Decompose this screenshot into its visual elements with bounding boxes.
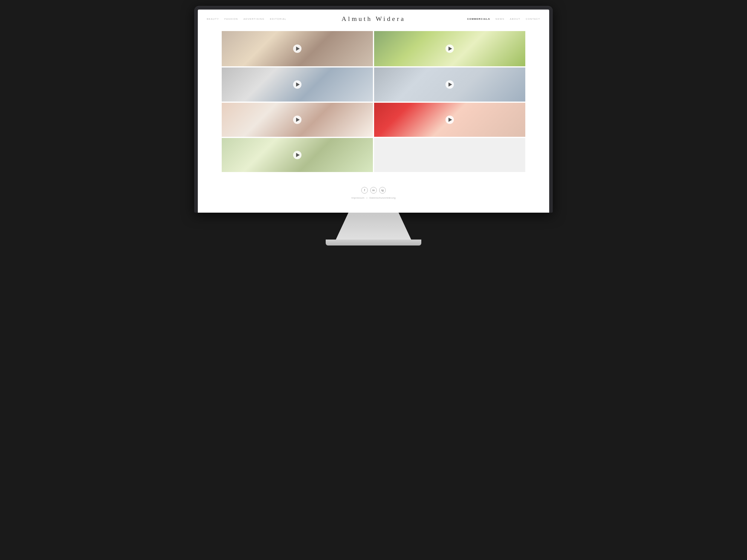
nav-fashion[interactable]: FASHION [224,18,238,20]
empty-cell [374,138,525,172]
video-grid [198,28,549,181]
website-content: BEAUTY FASHION ADVERTISING EDITORIAL Alm… [198,9,549,213]
grid-cell-4[interactable] [374,68,525,102]
nav-editorial[interactable]: EDITORIAL [270,18,287,20]
monitor-frame: BEAUTY FASHION ADVERTISING EDITORIAL Alm… [194,6,553,213]
grid-cell-6[interactable] [374,103,525,137]
navigation: BEAUTY FASHION ADVERTISING EDITORIAL Alm… [198,9,549,28]
nav-left-links: BEAUTY FASHION ADVERTISING EDITORIAL [207,18,287,20]
play-button-5[interactable] [293,115,302,124]
grid-row-3 [222,103,525,137]
instagram-icon[interactable]: ig [379,187,386,193]
grid-cell-1[interactable] [222,31,373,66]
footer-links: Impressum • Datenschutzerklärung [352,196,396,199]
brand-name[interactable]: Almuth Widera [341,15,406,23]
nav-beauty[interactable]: BEAUTY [207,18,219,20]
nav-advertising[interactable]: ADVERTISING [243,18,265,20]
nav-contact[interactable]: CONTACT [525,18,540,20]
play-button-4[interactable] [445,80,454,89]
grid-row-2 [222,68,525,102]
linkedin-icon[interactable]: in [370,187,377,193]
facebook-icon[interactable]: f [361,187,368,193]
social-icons: f in ig [361,187,386,193]
impressum-link[interactable]: Impressum [352,196,364,199]
play-button-6[interactable] [445,115,454,124]
grid-cell-2[interactable] [374,31,525,66]
monitor-stand-base [326,240,421,245]
nav-right-links: COMMERCIALS NEWS ABOUT CONTACT [467,18,540,20]
footer-separator: • [366,196,367,199]
nav-news[interactable]: NEWS [495,18,505,20]
play-button-1[interactable] [293,45,302,53]
grid-cell-3[interactable] [222,68,373,102]
grid-row-4 [222,138,525,172]
grid-cell-empty [374,138,525,172]
page-footer: f in ig Impressum • Datenschutzerklärung [198,181,549,205]
play-button-2[interactable] [445,45,454,53]
play-button-3[interactable] [293,80,302,89]
monitor-screen: BEAUTY FASHION ADVERTISING EDITORIAL Alm… [198,9,549,213]
nav-commercials[interactable]: COMMERCIALS [467,18,490,20]
grid-row-1 [222,31,525,66]
nav-about[interactable]: ABOUT [510,18,520,20]
monitor-stand-neck [332,213,415,240]
grid-cell-5[interactable] [222,103,373,137]
datenschutz-link[interactable]: Datenschutzerklärung [369,196,396,199]
play-button-7[interactable] [293,151,302,159]
grid-cell-7[interactable] [222,138,373,172]
